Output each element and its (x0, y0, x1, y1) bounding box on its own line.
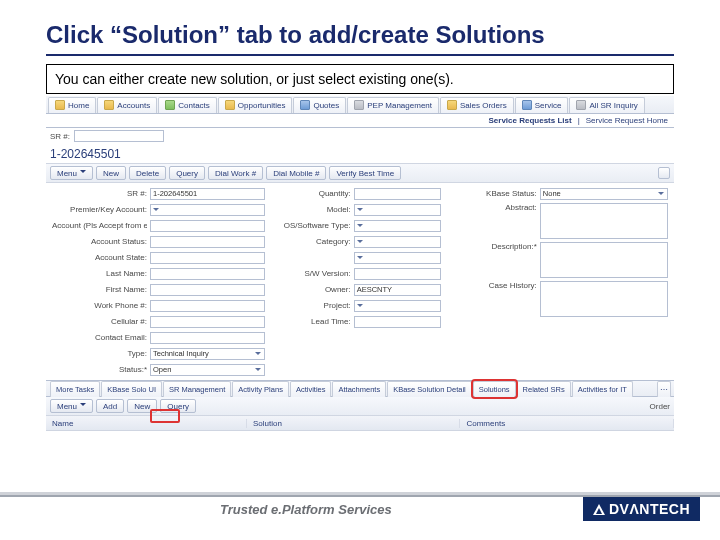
tab-service[interactable]: Service (515, 97, 569, 113)
tab-accounts[interactable]: Accounts (97, 97, 157, 113)
textarea-field[interactable] (540, 242, 668, 278)
form-row: Last Name: (52, 267, 265, 280)
list-new-button[interactable]: New (127, 399, 157, 413)
field-label: Status:* (52, 365, 147, 374)
tab-home[interactable]: Home (48, 97, 96, 113)
col-comments[interactable]: Comments (460, 419, 674, 428)
field-label: Description:* (447, 242, 537, 251)
form-row: SR #:1-202645501 (52, 187, 265, 200)
text-field[interactable] (354, 188, 441, 200)
toolbar-square-icon[interactable] (658, 167, 670, 179)
field-label: SR #: (52, 189, 147, 198)
list-query-button[interactable]: Query (160, 399, 196, 413)
list-menu-button[interactable]: Menu (50, 399, 93, 413)
form-row: S/W Version: (271, 267, 441, 280)
form-row: First Name: (52, 283, 265, 296)
tab-sales-orders[interactable]: Sales Orders (440, 97, 514, 113)
list-header: Name Solution Comments (46, 416, 674, 431)
text-field[interactable] (150, 300, 265, 312)
subtab-more-tasks[interactable]: More Tasks (50, 381, 100, 397)
textarea-field[interactable] (540, 281, 668, 317)
dropdown-field[interactable] (150, 204, 265, 216)
subtab-activity-plans[interactable]: Activity Plans (232, 381, 289, 397)
text-field[interactable] (150, 236, 265, 248)
form-row: Abstract: (447, 203, 668, 239)
field-label: Contact Email: (52, 333, 147, 342)
new-button[interactable]: New (96, 166, 126, 180)
verify-best-time-button[interactable]: Verify Best Time (329, 166, 401, 180)
dropdown-field[interactable] (354, 220, 441, 232)
tab-quotes[interactable]: Quotes (293, 97, 346, 113)
text-field[interactable] (150, 332, 265, 344)
tab-label: Home (68, 101, 89, 110)
col-name[interactable]: Name (46, 419, 247, 428)
slide-footer: Trusted e.Platform Services DVΛNTECH (0, 492, 720, 526)
tab-pep[interactable]: PEP Management (347, 97, 439, 113)
subtab-sr-mgmt[interactable]: SR Management (163, 381, 231, 397)
field-label: Abstract: (447, 203, 537, 212)
text-field[interactable] (150, 284, 265, 296)
delete-button[interactable]: Delete (129, 166, 166, 180)
tab-opportunities[interactable]: Opportunities (218, 97, 293, 113)
field-label: Model: (271, 205, 351, 214)
form-row: Description:* (447, 242, 668, 278)
dial-work-button[interactable]: Dial Work # (208, 166, 263, 180)
list-add-button[interactable]: Add (96, 399, 124, 413)
text-field[interactable] (354, 316, 441, 328)
tab-all-sr[interactable]: All SR Inquiry (569, 97, 644, 113)
subtab-related-srs[interactable]: Related SRs (517, 381, 571, 397)
form-row: Case History: (447, 281, 668, 317)
form-row: Premier/Key Account: (52, 203, 265, 216)
main-tabstrip: Home Accounts Contacts Opportunities Quo… (46, 96, 674, 114)
col-solution[interactable]: Solution (247, 419, 461, 428)
textarea-field[interactable] (540, 203, 668, 239)
field-label: Account (Pls Accept from e-Mail): (52, 221, 147, 230)
link-sr-home[interactable]: Service Request Home (586, 116, 668, 125)
text-field[interactable] (150, 316, 265, 328)
subtab-attachments[interactable]: Attachments (332, 381, 386, 397)
field-label: Project: (271, 301, 351, 310)
subtab-kbase-detail[interactable]: KBase Solution Detail (387, 381, 472, 397)
subtab-activities[interactable]: Activities (290, 381, 332, 397)
form-row: Account State: (52, 251, 265, 264)
dropdown-field[interactable] (354, 204, 441, 216)
field-label: Case History: (447, 281, 537, 290)
dropdown-field[interactable] (354, 236, 441, 248)
text-field[interactable] (150, 220, 265, 232)
list-order-label: Order (650, 402, 670, 411)
sr-search-input[interactable] (74, 130, 164, 142)
tab-contacts[interactable]: Contacts (158, 97, 217, 113)
form-row: Contact Email: (52, 331, 265, 344)
link-sr-list[interactable]: Service Requests List (489, 116, 572, 125)
list-toolbar: Menu Add New Query Order (46, 397, 674, 416)
text-field[interactable]: 1-202645501 (150, 188, 265, 200)
tab-label: Opportunities (238, 101, 286, 110)
query-button[interactable]: Query (169, 166, 205, 180)
menu-button[interactable]: Menu (50, 166, 93, 180)
subtab-activities-it[interactable]: Activities for IT (572, 381, 633, 397)
subtab-solutions[interactable]: Solutions (473, 381, 516, 397)
subtab-kbase-solo[interactable]: KBase Solo UI (101, 381, 162, 397)
text-field[interactable] (354, 268, 441, 280)
text-field[interactable]: AESCNTY (354, 284, 441, 296)
text-field[interactable] (150, 268, 265, 280)
detail-subtabs: More Tasks KBase Solo UI SR Management A… (46, 380, 674, 397)
field-label: OS/Software Type: (271, 221, 351, 230)
field-label: First Name: (52, 285, 147, 294)
dropdown-field[interactable] (354, 300, 441, 312)
field-label: Work Phone #: (52, 301, 147, 310)
field-label: Last Name: (52, 269, 147, 278)
list-body[interactable] (46, 431, 674, 453)
form-col-3: KBase Status:NoneAbstract:Description:*C… (447, 187, 668, 376)
dropdown-field[interactable]: Technical Inquiry (150, 348, 265, 360)
advantech-logo: DVΛNTECH (583, 497, 700, 521)
subtab-overflow-icon[interactable]: ⋯ (657, 381, 671, 397)
tab-label: All SR Inquiry (589, 101, 637, 110)
dropdown-field[interactable] (354, 252, 441, 264)
dropdown-field[interactable]: None (540, 188, 668, 200)
form-toolbar: Menu New Delete Query Dial Work # Dial M… (46, 163, 674, 183)
dial-mobile-button[interactable]: Dial Mobile # (266, 166, 326, 180)
dropdown-field[interactable]: Open (150, 364, 265, 376)
text-field[interactable] (150, 252, 265, 264)
field-label: Quantity: (271, 189, 351, 198)
